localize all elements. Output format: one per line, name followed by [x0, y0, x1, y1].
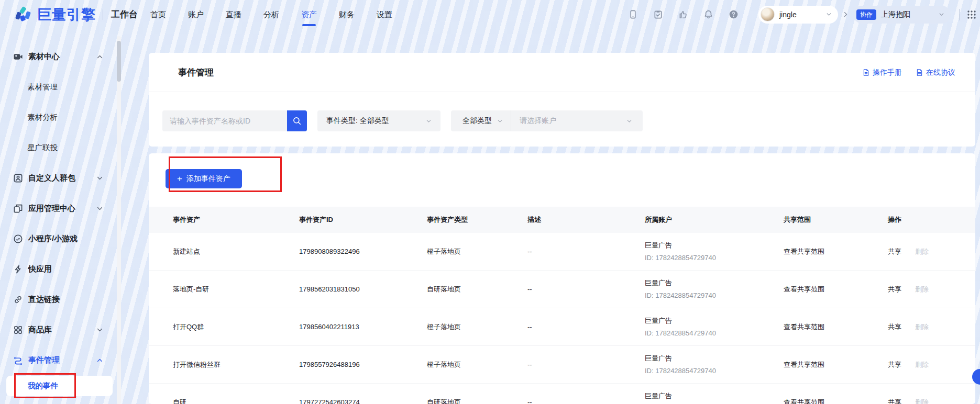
- col-event-asset: 事件资产: [173, 215, 299, 225]
- chevron-down-icon: [626, 118, 632, 124]
- sidebar-item-quick-app[interactable]: 快应用: [0, 254, 122, 284]
- sidebar-item-my-events[interactable]: 我的事件: [6, 376, 113, 396]
- sidebar-item-material-manage[interactable]: 素材管理: [0, 72, 122, 102]
- sidebar-scrollbar-track[interactable]: [117, 36, 121, 404]
- plus-icon: +: [177, 174, 182, 183]
- mobile-device-icon[interactable]: [628, 9, 638, 19]
- cell-id: 1798560402211913: [299, 323, 427, 331]
- chevron-down-icon: [426, 118, 432, 124]
- col-share-scope: 共享范围: [784, 215, 888, 225]
- link-label: 操作手册: [873, 68, 902, 77]
- help-icon[interactable]: [729, 9, 739, 19]
- nav-item-analysis[interactable]: 分析: [263, 0, 279, 29]
- share-action[interactable]: 共享: [888, 322, 901, 332]
- view-share-scope-link[interactable]: 查看共享范围: [784, 285, 888, 294]
- event-assets-table: 事件资产 事件资产ID 事件资产类型 描述 所属账户 共享范围 操作 新建站点 …: [149, 207, 975, 404]
- nav-item-settings[interactable]: 设置: [377, 0, 392, 29]
- oceanengine-logo-icon: [14, 5, 32, 24]
- sidebar-item-custom-audience[interactable]: 自定义人群包: [0, 163, 122, 193]
- cell-account: 巨量广告 ID: 1782428854729740: [645, 390, 784, 404]
- app-root: 巨量引擎 工作台 首页 账户 直播 分析 资产 财务 设置 jingle: [0, 0, 980, 404]
- share-action[interactable]: 共享: [888, 398, 901, 404]
- cell-id: 1798557926488196: [299, 361, 427, 368]
- filter-bar: 事件类型: 全部类型 全部类型 请选择账户: [162, 110, 975, 131]
- chevron-down-icon: [96, 175, 103, 182]
- workspace-label[interactable]: 工作台: [111, 8, 138, 20]
- col-event-asset-type: 事件资产类型: [427, 215, 527, 225]
- share-action[interactable]: 共享: [888, 285, 901, 294]
- user-menu[interactable]: jingle: [758, 6, 838, 24]
- search-input[interactable]: [162, 110, 287, 131]
- sidebar-item-label: 自定义人群包: [28, 173, 75, 183]
- cell-account: 巨量广告 ID: 1782428854729740: [645, 277, 784, 302]
- account-id: ID: 1782428854729740: [645, 252, 784, 264]
- sidebar-item-event-management[interactable]: 事件管理: [0, 345, 122, 375]
- delete-action[interactable]: 删除: [915, 360, 929, 369]
- add-event-asset-button[interactable]: + 添加事件资产: [166, 169, 242, 188]
- sidebar-item-direct-link[interactable]: 直达链接: [0, 284, 122, 315]
- cell-type: 橙子落地页: [427, 322, 527, 332]
- share-action[interactable]: 共享: [888, 360, 901, 369]
- cell-name: 打开微信粉丝群: [173, 360, 299, 369]
- brand-logo[interactable]: 巨量引擎: [14, 5, 96, 24]
- account-type-select[interactable]: 全部类型: [451, 110, 511, 131]
- page-title: 事件管理: [178, 66, 214, 78]
- agreement-link[interactable]: 在线协议: [916, 68, 955, 77]
- delete-action[interactable]: 删除: [915, 322, 929, 332]
- view-share-scope-link[interactable]: 查看共享范围: [784, 398, 888, 404]
- bell-icon[interactable]: [703, 9, 713, 19]
- search-button[interactable]: [287, 110, 307, 131]
- account-name: 巨量广告: [645, 390, 784, 402]
- chevron-up-icon: [96, 53, 103, 60]
- table-row: 落地页-自研 1798562031831050 自研落地页 -- 巨量广告 ID…: [149, 271, 975, 308]
- sidebar-item-label: 快应用: [28, 264, 52, 274]
- view-share-scope-link[interactable]: 查看共享范围: [784, 247, 888, 256]
- clipboard-check-icon[interactable]: [653, 9, 663, 19]
- sidebar-item-label: 星广联投: [27, 143, 58, 153]
- account-select[interactable]: 请选择账户: [511, 110, 643, 131]
- chevron-down-icon: [939, 12, 944, 17]
- cell-desc: --: [527, 361, 645, 368]
- col-actions: 操作: [888, 215, 975, 225]
- org-name: 上海抱阳: [881, 10, 910, 19]
- nav-divider: [959, 9, 960, 20]
- chevron-right-icon[interactable]: [842, 11, 849, 18]
- top-navbar: 巨量引擎 工作台 首页 账户 直播 分析 资产 财务 设置 jingle: [0, 0, 980, 29]
- sidebar-item-product-library[interactable]: 商品库: [0, 315, 122, 345]
- search-box: [162, 110, 307, 131]
- delete-action[interactable]: 删除: [915, 247, 929, 256]
- org-switcher[interactable]: 协作 上海抱阳: [853, 6, 951, 24]
- share-action[interactable]: 共享: [888, 247, 901, 256]
- sidebar-item-material-center[interactable]: 素材中心: [0, 41, 122, 72]
- cell-actions: 共享 删除: [888, 285, 975, 294]
- divider: [149, 92, 975, 92]
- cell-account: 巨量广告 ID: 1782428854729740: [645, 239, 784, 264]
- thumbs-up-icon[interactable]: [678, 9, 688, 19]
- manual-link[interactable]: 操作手册: [862, 68, 902, 77]
- select-value: 事件类型: 全部类型: [326, 116, 389, 126]
- sidebar-item-app-management[interactable]: 应用管理中心: [0, 193, 122, 223]
- cell-type: 自研落地页: [427, 398, 527, 404]
- search-icon: [292, 116, 302, 126]
- nav-item-account[interactable]: 账户: [188, 0, 204, 29]
- app-grid-icon[interactable]: [966, 9, 977, 20]
- nav-divider: [103, 9, 103, 20]
- view-share-scope-link[interactable]: 查看共享范围: [784, 322, 888, 332]
- delete-action[interactable]: 删除: [915, 285, 929, 294]
- event-type-select[interactable]: 事件类型: 全部类型: [317, 110, 441, 131]
- sidebar-scrollbar-thumb[interactable]: [117, 41, 121, 82]
- delete-action[interactable]: 删除: [915, 398, 929, 404]
- miniprogram-icon: [13, 234, 23, 244]
- chevron-down-icon: [96, 327, 103, 333]
- nav-item-home[interactable]: 首页: [150, 0, 166, 29]
- sidebar-item-miniprogram[interactable]: 小程序/小游戏: [0, 223, 122, 254]
- brand-name: 巨量引擎: [37, 5, 96, 24]
- sidebar-item-label: 事件管理: [28, 355, 60, 365]
- view-share-scope-link[interactable]: 查看共享范围: [784, 360, 888, 369]
- sidebar-item-label: 小程序/小游戏: [28, 234, 78, 244]
- nav-item-live[interactable]: 直播: [226, 0, 241, 29]
- sidebar-item-material-analysis[interactable]: 素材分析: [0, 102, 122, 132]
- nav-item-finance[interactable]: 财务: [339, 0, 355, 29]
- sidebar-item-star-ad[interactable]: 星广联投: [0, 132, 122, 163]
- nav-item-assets[interactable]: 资产: [301, 0, 317, 29]
